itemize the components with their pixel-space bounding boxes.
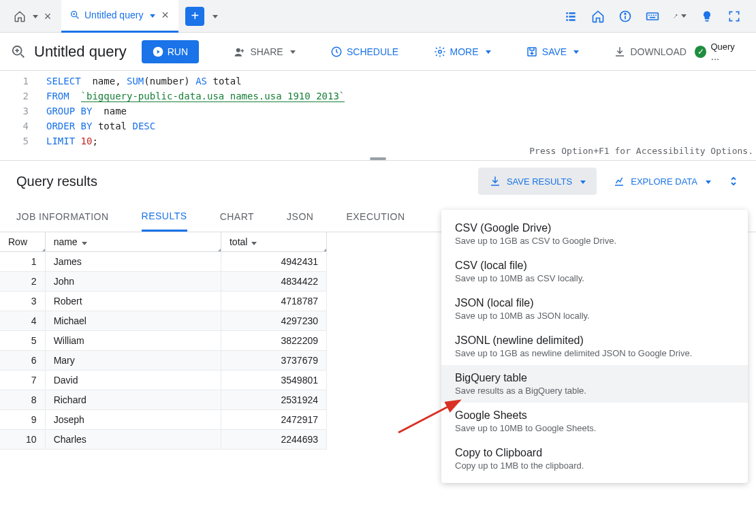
info-icon[interactable]	[618, 10, 632, 23]
cell-row: 10	[0, 430, 45, 450]
download-button[interactable]: DOWNLOAD	[614, 46, 686, 58]
schedule-label: SCHEDULE	[347, 46, 398, 57]
download-icon	[489, 175, 501, 187]
schedule-button[interactable]: SCHEDULE	[330, 46, 398, 58]
save-results-menu: CSV (Google Drive)Save up to 1GB as CSV …	[441, 210, 748, 483]
tab-execution[interactable]: EXECUTION	[346, 202, 405, 232]
query-status: ✓ Query …	[695, 42, 745, 62]
home-icon	[14, 10, 26, 22]
chevron-down-icon[interactable]	[147, 10, 155, 20]
play-icon	[153, 46, 163, 57]
more-button[interactable]: MORE	[434, 46, 491, 58]
svg-rect-1	[566, 12, 568, 14]
tabstrip: × Untitled query × +	[0, 0, 756, 33]
table-row[interactable]: 4Michael4297230	[0, 311, 327, 331]
explore-data-button[interactable]: EXPLORE DATA	[613, 175, 711, 187]
cell-total: 4834422	[221, 272, 326, 292]
sql-editor[interactable]: 1 2 3 4 5 SELECT name, SUM(number) AS to…	[0, 71, 756, 161]
save-menu-item[interactable]: CSV (Google Drive)Save up to 1GB as CSV …	[441, 215, 748, 253]
table-row[interactable]: 10Charles2244693	[0, 430, 327, 450]
clock-icon	[330, 46, 343, 58]
cell-total: 2244693	[221, 430, 326, 450]
keyboard-icon[interactable]	[646, 10, 659, 23]
chevron-down-icon	[483, 46, 491, 57]
cell-total: 2531924	[221, 390, 326, 410]
share-icon	[234, 46, 246, 58]
save-menu-item[interactable]: JSONL (newline delimited)Save up to 1GB …	[441, 328, 748, 365]
chart-icon	[613, 175, 625, 187]
share-button[interactable]: SHARE	[234, 46, 295, 58]
home-tab[interactable]: ×	[5, 0, 61, 33]
save-button[interactable]: SAVE	[526, 46, 579, 58]
table-row[interactable]: 9Joseph2472917	[0, 410, 327, 430]
cell-row: 7	[0, 371, 45, 390]
unfold-icon	[727, 175, 740, 187]
menu-item-title: JSON (local file)	[455, 297, 734, 309]
magnify-query-icon[interactable]	[11, 44, 26, 59]
chevron-down-icon	[703, 176, 711, 187]
cell-row: 2	[0, 272, 45, 292]
check-icon: ✓	[695, 46, 707, 58]
col-name-header[interactable]: name	[45, 232, 221, 252]
menu-item-title: CSV (local file)	[455, 260, 734, 272]
query-tab[interactable]: Untitled query ×	[61, 0, 178, 33]
resize-handle[interactable]	[370, 157, 386, 160]
menu-item-title: BigQuery table	[455, 372, 734, 384]
tab-overflow-menu[interactable]	[210, 11, 218, 21]
lightbulb-icon[interactable]	[700, 10, 714, 23]
expand-collapse-button[interactable]	[727, 175, 740, 187]
menu-item-desc: Save up to 1GB as newline delimited JSON…	[455, 348, 734, 358]
menu-item-title: Google Sheets	[455, 409, 734, 422]
list-icon[interactable]	[564, 10, 578, 23]
cell-name: Joseph	[45, 410, 221, 430]
svg-point-9	[625, 13, 626, 14]
menu-item-desc: Copy up to 1MB to the clipboard.	[455, 460, 734, 471]
table-row[interactable]: 2John4834422	[0, 272, 327, 292]
results-header: Query results SAVE RESULTS EXPLORE DATA	[0, 161, 756, 202]
cell-name: Charles	[45, 430, 221, 450]
table-row[interactable]: 1James4942431	[0, 252, 327, 272]
new-tab-button[interactable]: +	[185, 7, 204, 26]
close-icon[interactable]: ×	[159, 10, 170, 20]
table-row[interactable]: 6Mary3737679	[0, 351, 327, 371]
save-menu-item[interactable]: CSV (local file)Save up to 10MB as CSV l…	[441, 253, 748, 290]
cell-total: 4718787	[221, 292, 326, 311]
svg-rect-4	[569, 16, 576, 18]
cell-name: Michael	[45, 311, 221, 331]
close-icon[interactable]: ×	[42, 11, 53, 22]
fullscreen-icon[interactable]	[727, 10, 741, 23]
cell-name: Richard	[45, 390, 221, 410]
table-row[interactable]: 5William3822209	[0, 331, 327, 351]
tab-json[interactable]: JSON	[287, 202, 313, 232]
table-row[interactable]: 8Richard2531924	[0, 390, 327, 410]
run-button[interactable]: RUN	[142, 40, 199, 63]
magic-wand-icon[interactable]	[673, 10, 687, 23]
col-total-header[interactable]: total	[221, 232, 326, 252]
tab-results[interactable]: RESULTS	[142, 202, 187, 232]
cell-name: William	[45, 331, 221, 351]
tab-job-information[interactable]: JOB INFORMATION	[16, 202, 109, 232]
svg-rect-2	[569, 12, 576, 14]
chevron-down-icon[interactable]	[30, 11, 38, 21]
col-row-header[interactable]: Row	[0, 232, 45, 252]
menu-item-title: JSONL (newline delimited)	[455, 334, 734, 347]
home-outlined-icon[interactable]	[591, 10, 605, 23]
menu-item-title: Copy to Clipboard	[455, 447, 734, 459]
save-menu-item[interactable]: BigQuery tableSave results as a BigQuery…	[441, 365, 748, 403]
save-menu-item[interactable]: Copy to ClipboardCopy up to 1MB to the c…	[441, 440, 748, 478]
table-row[interactable]: 3Robert4718787	[0, 292, 327, 311]
svg-point-18	[236, 48, 240, 52]
cell-name: David	[45, 371, 221, 390]
editor-code[interactable]: SELECT name, SUM(number) AS totalFROM `b…	[41, 71, 350, 160]
query-icon	[69, 10, 80, 20]
cell-row: 9	[0, 410, 45, 430]
query-header: Untitled query RUN SHARE SCHEDULE MORE S…	[0, 33, 756, 71]
save-menu-item[interactable]: JSON (local file)Save up to 10MB as JSON…	[441, 290, 748, 328]
tab-chart[interactable]: CHART	[220, 202, 254, 232]
save-results-button[interactable]: SAVE RESULTS	[478, 168, 597, 195]
save-menu-item[interactable]: Google SheetsSave up to 10MB to Google S…	[441, 403, 748, 440]
more-label: MORE	[450, 46, 479, 57]
svg-rect-15	[650, 16, 655, 18]
line-number: 4	[3, 119, 29, 134]
table-row[interactable]: 7David3549801	[0, 371, 327, 390]
